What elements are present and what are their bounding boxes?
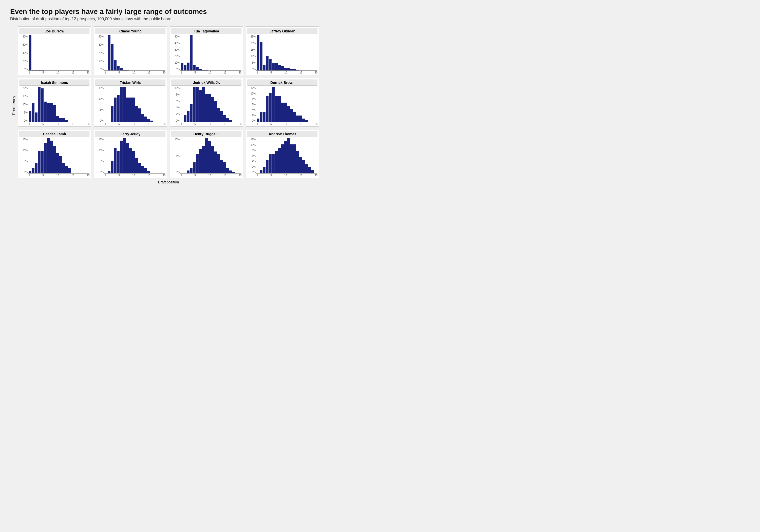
bar: [205, 70, 208, 71]
bar: [263, 112, 265, 122]
player-name: Derrick Brown: [248, 79, 317, 86]
x-tick: 15: [71, 122, 74, 125]
bars-area: [104, 35, 166, 71]
bar: [272, 63, 275, 71]
y-tick: 0%: [171, 171, 180, 173]
x-tick: 15: [147, 174, 150, 177]
x-tick: 5: [42, 174, 44, 177]
bar: [38, 87, 40, 122]
bar: [193, 65, 196, 71]
bars-area: [28, 35, 89, 71]
bar: [287, 138, 290, 173]
bar: [281, 144, 284, 173]
bar: [196, 154, 199, 173]
bar: [147, 119, 150, 122]
bar: [229, 170, 232, 173]
y-tick: 40%: [20, 52, 27, 55]
bar: [135, 106, 138, 122]
bar: [211, 97, 214, 122]
bar: [199, 69, 202, 71]
bar: [269, 93, 271, 122]
x-tick: 5: [118, 174, 120, 177]
bar: [205, 94, 208, 122]
bar: [111, 106, 114, 122]
x-tick: 5: [194, 71, 196, 74]
bar: [32, 70, 34, 71]
bar: [284, 141, 287, 173]
bar: [226, 168, 229, 173]
bars-area: [256, 87, 317, 122]
bar: [123, 70, 126, 71]
chart-cell-chase-young: Chase Young0%10%20%30%40%15101520: [94, 26, 167, 75]
bar: [281, 66, 284, 71]
bar: [260, 112, 262, 122]
y-tick: 0%: [96, 171, 104, 173]
bar: [266, 160, 268, 173]
y-tick: 50%: [171, 35, 180, 38]
bar: [108, 35, 111, 71]
x-tick: 20: [315, 174, 317, 177]
y-tick: 4%: [248, 160, 256, 163]
bar: [53, 146, 56, 173]
y-tick: 15%: [96, 87, 104, 89]
y-tick: 8%: [171, 93, 180, 96]
x-tick: 1: [28, 122, 30, 125]
bar: [56, 153, 59, 173]
bars-area: [256, 138, 317, 173]
bar: [266, 56, 268, 71]
bar: [275, 96, 278, 122]
x-tick: 20: [87, 174, 89, 177]
y-tick: 20%: [20, 60, 27, 63]
y-tick: 6%: [248, 103, 256, 106]
bar: [114, 98, 117, 122]
bar: [68, 168, 71, 173]
x-tick: 10: [208, 174, 211, 177]
bar: [290, 69, 293, 71]
bar: [266, 96, 268, 122]
bar: [296, 116, 299, 122]
x-tick: 10: [284, 122, 287, 125]
bar: [257, 119, 260, 122]
bar: [232, 172, 235, 173]
x-tick: 1: [105, 122, 106, 125]
bar: [35, 113, 37, 122]
bar: [44, 143, 47, 173]
y-tick: 2%: [248, 166, 256, 168]
bar: [263, 65, 265, 71]
x-tick: 5: [270, 122, 272, 125]
y-tick: 40%: [96, 35, 104, 38]
y-tick: 6%: [248, 155, 256, 157]
y-tick: 10%: [20, 103, 27, 106]
bar: [278, 65, 281, 71]
bars-area: [180, 138, 241, 173]
player-name: Chase Young: [96, 28, 166, 34]
bar: [117, 95, 119, 122]
bar: [59, 118, 62, 122]
chart-cell-jeffrey-okudah: Jeffrey Okudah0%5%10%15%20%25%15101520: [246, 26, 319, 75]
x-tick: 15: [147, 71, 150, 74]
player-name: Tua Tagovailoa: [171, 28, 241, 34]
x-tick: 15: [300, 122, 302, 125]
x-tick: 1: [105, 174, 106, 177]
bar: [308, 167, 311, 173]
x-tick: 10: [56, 122, 59, 125]
chart-cell-jedrick-wills-jr.: Jedrick Wills Jr.0%2%4%6%8%10%15101520: [170, 78, 243, 127]
x-tick: 1: [28, 174, 30, 177]
bar: [41, 70, 44, 71]
x-tick: 15: [300, 174, 302, 177]
bar: [184, 65, 186, 71]
x-tick: 5: [194, 174, 196, 177]
bar: [129, 148, 132, 173]
page-title: Even the top players have a fairly large…: [10, 8, 319, 16]
bar: [132, 98, 135, 122]
bar: [62, 118, 65, 122]
bar: [275, 151, 278, 173]
y-tick: 5%: [20, 111, 27, 114]
y-tick: 0%: [248, 68, 256, 71]
chart-cell-isaiah-simmons: Isaiah Simmons0%5%10%15%20%15101520: [18, 78, 91, 127]
x-tick: 15: [147, 122, 150, 125]
y-tick: 10%: [20, 149, 27, 152]
y-tick: 60%: [20, 43, 27, 46]
x-tick: 20: [87, 71, 89, 74]
y-tick: 5%: [96, 160, 104, 163]
